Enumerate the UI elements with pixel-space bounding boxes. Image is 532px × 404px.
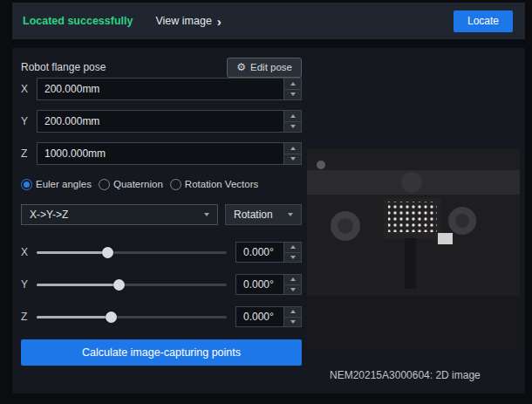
- spin-down-button[interactable]: [284, 122, 301, 133]
- slider-handle[interactable]: [102, 247, 113, 258]
- z-position-spinner: [283, 143, 301, 164]
- slider-handle[interactable]: [106, 312, 117, 323]
- z-position-input[interactable]: 1000.000mm: [37, 142, 302, 165]
- y-angle-slider[interactable]: [37, 278, 227, 291]
- rotation-dropdown-value: Rotation: [234, 209, 273, 221]
- x-position-input[interactable]: 200.000mm: [37, 78, 302, 100]
- z-angle-slider[interactable]: [37, 311, 227, 323]
- x-angle-value: 0.000°: [243, 246, 283, 258]
- triangle-down-icon: [290, 125, 296, 128]
- axis-label: Y: [21, 278, 37, 291]
- status-text: Located successfully: [23, 15, 133, 27]
- edit-pose-label: Edit pose: [250, 62, 292, 72]
- y-position-spinner: [283, 111, 301, 132]
- image-caption: NEM20215A3000604: 2D image: [330, 369, 520, 381]
- triangle-up-icon: [290, 147, 296, 150]
- triangle-up-icon: [290, 82, 296, 86]
- slider-handle[interactable]: [113, 279, 125, 291]
- spin-down-button[interactable]: [284, 253, 301, 263]
- y-angle-input[interactable]: 0.000°: [235, 274, 302, 295]
- spin-down-button[interactable]: [284, 154, 301, 165]
- euler-order-dropdown[interactable]: X->Y->Z: [21, 204, 218, 225]
- panel-title: Robot flange pose: [21, 61, 106, 73]
- triangle-down-icon: [290, 92, 296, 96]
- radio-selected-icon: [21, 179, 32, 190]
- camera-image: [307, 149, 520, 350]
- rotation-mode-group: Euler angles Quaternion Rotation Vectors: [21, 176, 302, 192]
- gear-icon: ⚙: [236, 62, 246, 72]
- z-angle-spinner: [283, 307, 301, 326]
- y-position-value: 200.000mm: [44, 115, 283, 127]
- edit-pose-button[interactable]: ⚙ Edit pose: [227, 58, 302, 78]
- x-position-value: 200.000mm: [44, 83, 283, 95]
- z-angle-value: 0.000°: [243, 311, 283, 323]
- calculate-points-button[interactable]: Calculate image-capturing points: [21, 339, 302, 366]
- z-angle-input[interactable]: 0.000°: [235, 306, 302, 327]
- spin-up-button[interactable]: [284, 79, 301, 90]
- spin-up-button[interactable]: [284, 111, 301, 122]
- axis-label: X: [21, 246, 37, 258]
- rotation-dropdown[interactable]: Rotation: [225, 204, 302, 225]
- axis-label: Y: [21, 115, 37, 127]
- spin-up-button[interactable]: [284, 143, 301, 154]
- radio-icon: [170, 179, 181, 190]
- y-angle-value: 0.000°: [243, 278, 283, 291]
- y-angle-spinner: [283, 275, 301, 294]
- slider-fill: [37, 316, 111, 318]
- slider-fill: [37, 251, 107, 254]
- y-position-input[interactable]: 200.000mm: [37, 110, 302, 133]
- axis-label: X: [21, 83, 37, 95]
- angle-row-y: Y 0.000°: [21, 274, 302, 295]
- app-window: Located successfully View image › Locate…: [0, 0, 532, 404]
- triangle-down-icon: [290, 288, 296, 291]
- spin-up-button[interactable]: [284, 275, 301, 285]
- caret-down-icon: [288, 213, 293, 216]
- image-preview-panel: NEM20215A3000604: 2D image: [302, 55, 525, 385]
- x-position-spinner: [283, 79, 301, 99]
- triangle-down-icon: [290, 256, 296, 259]
- radio-label: Quaternion: [113, 179, 163, 189]
- triangle-down-icon: [290, 320, 296, 324]
- view-image-link[interactable]: View image ›: [155, 15, 221, 28]
- spin-down-button[interactable]: [284, 90, 301, 100]
- pose-controls: Robot flange pose ⚙ Edit pose X 200.000m…: [21, 55, 302, 385]
- x-angle-spinner: [283, 243, 301, 262]
- angle-row-x: X 0.000°: [21, 242, 302, 263]
- spin-down-button[interactable]: [284, 318, 301, 327]
- slider-fill: [37, 284, 119, 286]
- spin-up-button[interactable]: [284, 307, 301, 318]
- radio-euler-angles[interactable]: Euler angles: [21, 179, 92, 190]
- pose-field-row-x: X 200.000mm: [21, 78, 302, 100]
- locate-button[interactable]: Locate: [454, 10, 513, 32]
- x-angle-input[interactable]: 0.000°: [235, 242, 302, 263]
- triangle-up-icon: [290, 114, 296, 118]
- radio-quaternion[interactable]: Quaternion: [99, 179, 163, 190]
- spin-down-button[interactable]: [284, 285, 301, 295]
- triangle-down-icon: [290, 157, 296, 161]
- camera-image-svg: [307, 149, 520, 350]
- radio-label: Euler angles: [36, 179, 92, 189]
- rotation-combo-row: X->Y->Z Rotation: [21, 204, 302, 225]
- triangle-up-icon: [290, 277, 296, 281]
- chevron-right-icon: ›: [217, 15, 222, 28]
- pose-field-row-z: Z 1000.000mm: [21, 142, 302, 165]
- radio-icon: [99, 179, 110, 190]
- top-bar: Located successfully View image › Locate: [12, 3, 525, 39]
- radio-label: Rotation Vectors: [185, 179, 258, 189]
- axis-label: Z: [21, 147, 37, 160]
- axis-label: Z: [21, 311, 37, 323]
- spin-up-button[interactable]: [284, 243, 301, 253]
- radio-rotation-vectors[interactable]: Rotation Vectors: [170, 179, 258, 190]
- euler-order-value: X->Y->Z: [30, 209, 68, 221]
- caret-down-icon: [204, 213, 209, 216]
- triangle-up-icon: [290, 310, 296, 313]
- x-angle-slider[interactable]: [37, 246, 227, 258]
- panel-header: Robot flange pose ⚙ Edit pose: [21, 57, 302, 78]
- z-position-value: 1000.000mm: [44, 147, 283, 160]
- main-panel: Robot flange pose ⚙ Edit pose X 200.000m…: [12, 48, 525, 394]
- triangle-up-icon: [290, 245, 296, 249]
- pose-field-row-y: Y 200.000mm: [21, 110, 302, 133]
- angle-row-z: Z 0.000°: [21, 306, 302, 327]
- view-image-label: View image: [155, 15, 211, 27]
